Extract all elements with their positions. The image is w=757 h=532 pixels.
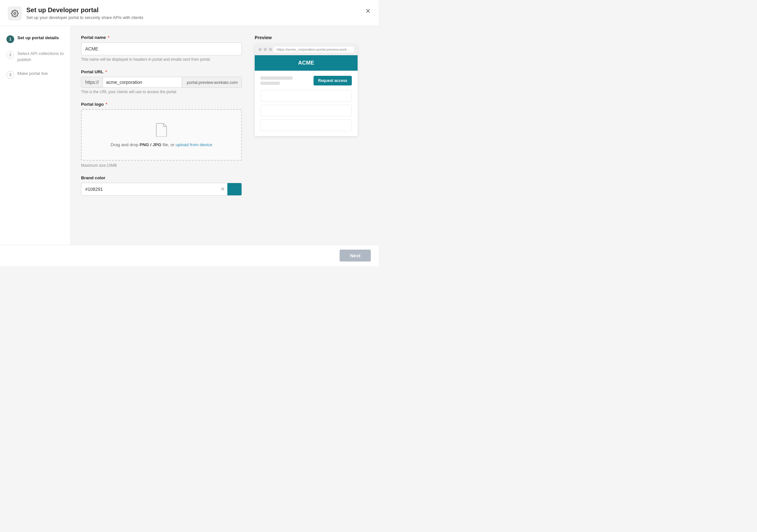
step-number-1: 1 [7, 35, 14, 43]
step-item-1[interactable]: 1 Set up portal details [7, 35, 64, 43]
browser-dot-3 [269, 48, 272, 51]
header-text: Set up Developer portal Set up your deve… [26, 7, 143, 20]
modal-footer: Next [0, 245, 378, 266]
preview-nav-lines [260, 76, 293, 85]
preview-content-boxes [260, 90, 352, 131]
step-number-2: 2 [7, 51, 14, 59]
brand-color-input[interactable] [81, 184, 218, 194]
portal-name-hint: This name will be displayed in headers i… [81, 57, 242, 62]
url-suffix: .portal.preview.workato.com [182, 77, 241, 87]
main-content: Portal name * This name will be displaye… [71, 26, 378, 245]
url-prefix: https:// [81, 77, 103, 87]
file-icon [156, 123, 167, 137]
gear-icon [11, 10, 19, 17]
logo-upload-area[interactable]: Drag and drop PNG / JPG file, or upload … [81, 109, 242, 161]
brand-color-field-group: Brand color ✕ [81, 175, 242, 196]
preview-content-box-2 [260, 105, 352, 116]
max-size-text: Maximum size:10MB [81, 163, 242, 168]
preview-portal-name: ACME [298, 60, 314, 66]
close-button[interactable]: ✕ [364, 7, 372, 15]
required-star-logo: * [105, 102, 107, 107]
content-inner: Portal name * This name will be displaye… [81, 35, 368, 203]
preview-nav-line-long [260, 76, 293, 80]
required-star-url: * [104, 70, 107, 74]
browser-dot-2 [264, 48, 267, 51]
preview-body: Request access [255, 71, 358, 136]
gear-icon-container [8, 7, 22, 20]
portal-name-label: Portal name * [81, 35, 242, 40]
preview-nav-line-short [260, 82, 280, 85]
color-input-row: ✕ [81, 183, 242, 196]
upload-format-bold: PNG / JPG [139, 142, 162, 147]
required-star-name: * [106, 35, 109, 40]
portal-logo-field-group: Portal logo * Drag and drop PNG / JPG fi… [81, 102, 242, 168]
brand-color-label: Brand color [81, 175, 242, 180]
step-item-2[interactable]: 2 Select API collections to publish [7, 51, 64, 63]
step-number-3: 3 [7, 71, 14, 79]
step-label-3: Make portal live [17, 71, 48, 77]
color-clear-button[interactable]: ✕ [218, 187, 227, 192]
portal-url-label: Portal URL * [81, 70, 242, 74]
svg-point-0 [14, 13, 16, 14]
upload-from-device-link[interactable]: upload from device [176, 142, 212, 147]
preview-browser: https://acme_corporation.portal.preview.… [255, 44, 358, 136]
upload-text: Drag and drop PNG / JPG file, or upload … [88, 142, 235, 147]
preview-header-bar: ACME [255, 55, 358, 71]
sidebar: 1 Set up portal details 2 Select API col… [0, 26, 71, 245]
modal-subtitle: Set up your developer portal to securely… [26, 15, 143, 20]
portal-name-input[interactable] [81, 42, 242, 55]
modal-header: Set up Developer portal Set up your deve… [0, 0, 378, 26]
portal-url-input[interactable] [103, 77, 182, 87]
browser-dot-1 [258, 48, 262, 51]
preview-request-access-button[interactable]: Request access [314, 76, 352, 85]
form-section: Portal name * This name will be displaye… [81, 35, 242, 203]
portal-logo-label: Portal logo * [81, 102, 242, 107]
preview-section: Preview https://acme_corporation.portal.… [255, 35, 358, 203]
next-button[interactable]: Next [340, 250, 371, 262]
browser-url-bar: https://acme_corporation.portal.preview.… [274, 46, 354, 52]
portal-url-field-group: Portal URL * https:// .portal.preview.wo… [81, 70, 242, 94]
browser-chrome: https://acme_corporation.portal.preview.… [255, 44, 358, 55]
preview-content-box-1 [260, 90, 352, 101]
portal-url-hint: This is the URL your clients will use to… [81, 90, 242, 94]
preview-label: Preview [255, 35, 358, 40]
step-item-3[interactable]: 3 Make portal live [7, 71, 64, 79]
step-label-2: Select API collections to publish [17, 51, 64, 63]
modal-title: Set up Developer portal [26, 7, 143, 14]
step-label-1: Set up portal details [17, 35, 59, 41]
modal-body: 1 Set up portal details 2 Select API col… [0, 26, 378, 245]
modal: Set up Developer portal Set up your deve… [0, 0, 378, 266]
portal-name-field-group: Portal name * This name will be displaye… [81, 35, 242, 62]
preview-content-box-3 [260, 120, 352, 131]
url-field-row: https:// .portal.preview.workato.com [81, 77, 242, 88]
color-swatch[interactable] [227, 183, 241, 195]
preview-nav-placeholder: Request access [260, 76, 352, 85]
